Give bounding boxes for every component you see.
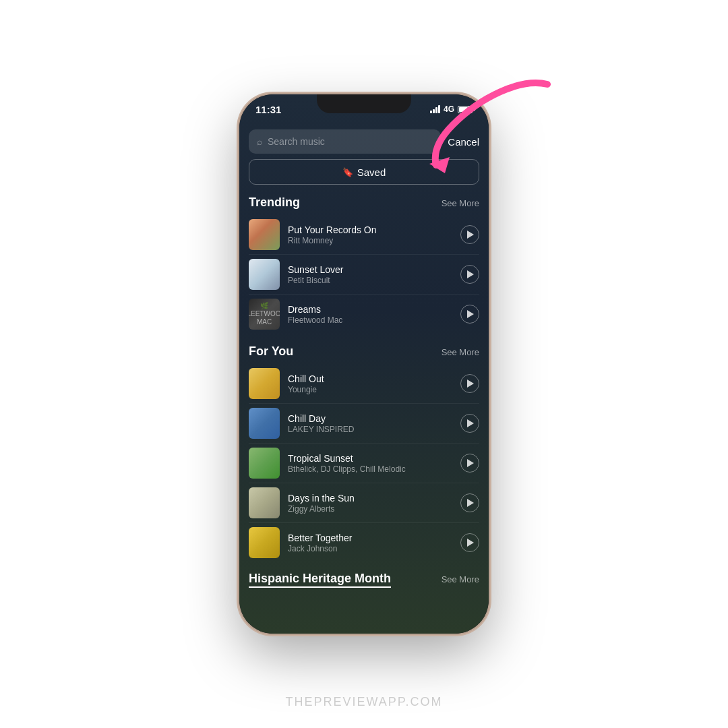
song-item[interactable]: 🌿FLEETWOODMAC Dreams Fleetwood Mac [249, 294, 479, 334]
song-title: Days in the Sun [288, 493, 452, 504]
play-button[interactable] [460, 305, 479, 324]
song-item[interactable]: Chill Day LAKEY INSPIRED [249, 403, 479, 443]
song-title: Better Together [288, 533, 452, 543]
song-info: Better Together Jack Johnson [288, 533, 452, 553]
song-artwork [249, 259, 280, 290]
song-info: Chill Out Youngie [288, 373, 452, 394]
for-you-list: Chill Out Youngie Chill Day LAKEY INSPIR… [239, 364, 489, 562]
play-icon [467, 310, 474, 318]
play-button[interactable] [460, 265, 479, 284]
play-icon [467, 419, 474, 427]
search-icon: ⌕ [257, 136, 262, 147]
song-title: Dreams [288, 304, 452, 315]
song-title: Sunset Lover [288, 264, 452, 275]
signal-icon [430, 105, 440, 113]
song-item[interactable]: Tropical Sunset Bthelick, DJ Clipps, Chi… [249, 443, 479, 483]
artwork-pattern: 🌿FLEETWOODMAC [249, 299, 280, 330]
song-artwork [249, 368, 280, 399]
search-row: ⌕ Search music Cancel [239, 124, 489, 159]
artwork-pattern [249, 219, 280, 250]
trending-see-more[interactable]: See More [442, 198, 479, 208]
song-title: Tropical Sunset [288, 453, 452, 464]
song-info: Days in the Sun Ziggy Alberts [288, 493, 452, 514]
search-placeholder: Search music [268, 136, 325, 147]
battery-fill [459, 107, 468, 112]
song-title: Chill Out [288, 373, 452, 384]
status-icons: 4G [430, 104, 473, 114]
trending-header: Trending See More [239, 191, 489, 215]
phone-frame: 11:31 4G ⌕ Search music [239, 94, 489, 634]
song-title: Chill Day [288, 413, 452, 424]
song-artwork [249, 448, 280, 479]
saved-row: 🔖 Saved [239, 159, 489, 191]
song-artist: Youngie [288, 385, 452, 394]
play-icon [467, 380, 474, 388]
for-you-title: For You [249, 344, 293, 359]
song-artist: LAKEY INSPIRED [288, 425, 452, 434]
song-artwork [249, 527, 280, 558]
battery-icon [458, 106, 473, 113]
play-icon [467, 270, 474, 278]
saved-button[interactable]: 🔖 Saved [249, 159, 479, 185]
song-artwork: 🌿FLEETWOODMAC [249, 299, 280, 330]
song-artist: Fleetwood Mac [288, 315, 452, 325]
status-time: 11:31 [255, 104, 281, 115]
play-button[interactable] [460, 533, 479, 552]
song-artist: Bthelick, DJ Clipps, Chill Melodic [288, 464, 452, 474]
trending-list: Put Your Records On Ritt Momney [239, 215, 489, 334]
artwork-pattern [249, 259, 280, 290]
song-artist: Petit Biscuit [288, 276, 452, 285]
song-item[interactable]: Chill Out Youngie [249, 364, 479, 403]
play-icon [467, 539, 474, 547]
song-artwork [249, 408, 280, 439]
song-info: Chill Day LAKEY INSPIRED [288, 413, 452, 434]
saved-label: Saved [357, 166, 386, 178]
play-icon [467, 499, 474, 507]
play-button[interactable] [460, 374, 479, 393]
play-icon [467, 231, 474, 239]
for-you-header: For You See More [239, 340, 489, 364]
song-title: Put Your Records On [288, 224, 452, 235]
for-you-see-more[interactable]: See More [442, 347, 479, 357]
song-item[interactable]: Days in the Sun Ziggy Alberts [249, 483, 479, 522]
song-info: Dreams Fleetwood Mac [288, 304, 452, 325]
song-artwork [249, 219, 280, 250]
play-button[interactable] [460, 454, 479, 473]
search-input[interactable]: ⌕ Search music [249, 129, 441, 154]
trending-title: Trending [249, 195, 300, 210]
song-artist: Ritt Momney [288, 236, 452, 245]
song-info: Put Your Records On Ritt Momney [288, 224, 452, 245]
song-artist: Jack Johnson [288, 544, 452, 553]
watermark: THEPREVIEWAPP.COM [285, 695, 442, 709]
song-artist: Ziggy Alberts [288, 504, 452, 514]
hispanic-see-more[interactable]: See More [442, 574, 479, 584]
song-item[interactable]: Sunset Lover Petit Biscuit [249, 254, 479, 294]
notch [317, 94, 411, 113]
hispanic-title: Hispanic Heritage Month [249, 572, 391, 588]
cancel-button[interactable]: Cancel [448, 136, 479, 148]
play-button[interactable] [460, 414, 479, 433]
play-button[interactable] [460, 493, 479, 512]
play-button[interactable] [460, 225, 479, 244]
hispanic-header: Hispanic Heritage Month See More [239, 562, 489, 588]
song-info: Tropical Sunset Bthelick, DJ Clipps, Chi… [288, 453, 452, 474]
song-artwork [249, 487, 280, 518]
song-item[interactable]: Better Together Jack Johnson [249, 522, 479, 562]
hispanic-title-text: Hispanic Heritage Month [249, 572, 391, 588]
phone-screen: 11:31 4G ⌕ Search music [239, 94, 489, 634]
play-icon [467, 459, 474, 467]
bookmark-icon: 🔖 [342, 167, 353, 177]
network-label: 4G [444, 104, 454, 114]
screen-content: ⌕ Search music Cancel 🔖 Saved Trending S… [239, 124, 489, 634]
song-item[interactable]: Put Your Records On Ritt Momney [249, 215, 479, 254]
song-info: Sunset Lover Petit Biscuit [288, 264, 452, 285]
